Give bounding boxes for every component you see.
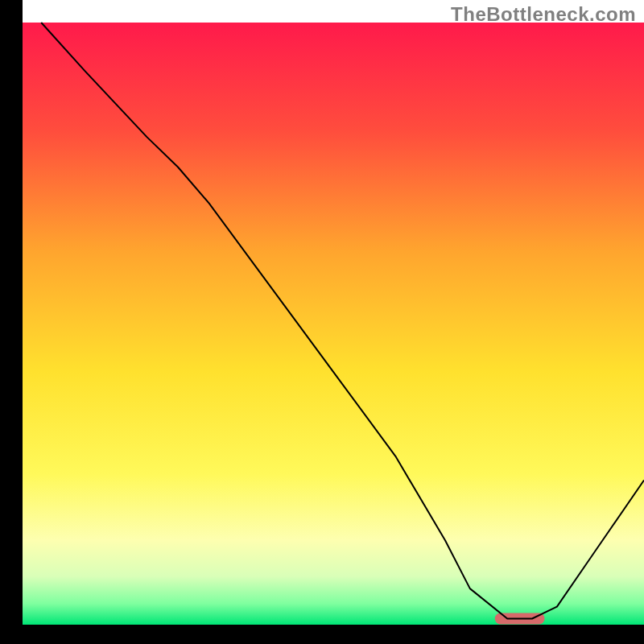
y-axis: [0, 0, 23, 644]
x-axis: [0, 625, 644, 644]
chart: TheBottleneck.com: [0, 0, 644, 644]
watermark: TheBottleneck.com: [451, 3, 636, 26]
plot-background: [23, 23, 644, 625]
chart-svg: [0, 0, 644, 644]
